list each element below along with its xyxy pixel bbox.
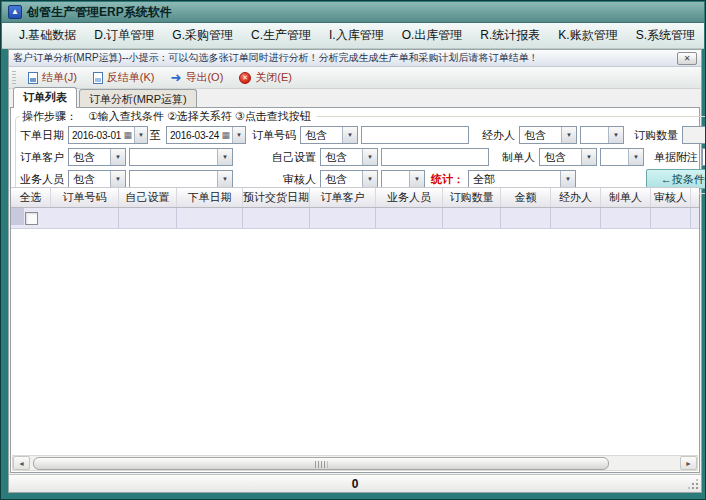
maker-value-combo[interactable]: ▼ <box>600 148 644 166</box>
auditor-value-combo[interactable]: ▼ <box>381 170 425 188</box>
orders-grid: 全选订单号码自己设置下单日期预计交货日期订单客户业务人员订购数量金额经办人制单人… <box>11 187 699 454</box>
grid-column-header[interactable]: 结单 <box>691 188 699 207</box>
resize-grip[interactable] <box>688 479 699 490</box>
customer-value-combo[interactable]: ▼ <box>129 148 233 166</box>
settle-button[interactable]: 结单(J) <box>21 69 84 87</box>
customer-operator-combo[interactable]: 包含 ▼ <box>68 148 126 166</box>
dropdown-arrow-icon[interactable]: ▼ <box>409 171 424 187</box>
dropdown-arrow-icon[interactable]: ▼ <box>232 127 245 143</box>
scroll-left-button[interactable]: ◄ <box>13 456 30 470</box>
dropdown-arrow-icon[interactable]: ▼ <box>110 149 125 165</box>
grid-column-header[interactable]: 经办人 <box>551 188 601 207</box>
dropdown-arrow-icon[interactable]: ▼ <box>342 127 357 143</box>
menu-item[interactable]: K.账款管理 <box>549 24 626 47</box>
grid-column-header[interactable]: 下单日期 <box>177 188 243 207</box>
menu-item[interactable]: D.订单管理 <box>85 24 163 47</box>
grid-header-row: 全选订单号码自己设置下单日期预计交货日期订单客户业务人员订购数量金额经办人制单人… <box>11 188 699 208</box>
menu-item[interactable]: C.生产管理 <box>242 24 320 47</box>
toolbar-grip <box>12 71 16 85</box>
tab-order-list[interactable]: 订单列表 <box>13 87 77 108</box>
note-label: 单据附注 <box>648 150 702 165</box>
customer-label: 订单客户 <box>18 150 68 165</box>
to-label: 至 <box>148 128 166 143</box>
calendar-icon: ▦ <box>123 131 132 140</box>
note-operator-combo[interactable]: 包含 ▼ <box>702 148 706 166</box>
scroll-right-button[interactable]: ► <box>680 456 697 470</box>
agent-operator-combo[interactable]: 包含 ▼ <box>519 126 577 144</box>
dropdown-arrow-icon[interactable]: ▼ <box>110 171 125 187</box>
app-window: ▲ 创管生产管理ERP系统软件 J.基础数据D.订单管理G.采购管理C.生产管理… <box>0 0 706 500</box>
horizontal-scrollbar[interactable]: ◄ ► <box>12 455 698 471</box>
record-count: 0 <box>352 477 359 491</box>
dropdown-arrow-icon[interactable]: ▼ <box>217 171 232 187</box>
steps-hint: 操作步骤： ①输入查找条件 ②选择关系符 ③点击查找按钮 <box>20 109 317 124</box>
menu-item[interactable]: I.入库管理 <box>320 24 393 47</box>
grid-column-header[interactable]: 业务人员 <box>376 188 443 207</box>
menu-item[interactable]: O.出库管理 <box>393 24 472 47</box>
filter-groupbox: 操作步骤： ①输入查找条件 ②选择关系符 ③点击查找按钮 下单日期 2016-0… <box>15 109 706 194</box>
order-list-page: 操作步骤： ①输入查找条件 ②选择关系符 ③点击查找按钮 下单日期 2016-0… <box>10 107 700 473</box>
grid-column-header[interactable]: 制单人 <box>601 188 651 207</box>
salesman-label: 业务人员 <box>18 172 68 187</box>
dropdown-arrow-icon[interactable]: ▼ <box>560 171 575 187</box>
menu-bar: J.基础数据D.订单管理G.采购管理C.生产管理I.入库管理O.出库管理R.统计… <box>2 23 704 49</box>
menu-item[interactable]: G.采购管理 <box>163 24 242 47</box>
grid-column-header[interactable]: 订单客户 <box>310 188 376 207</box>
salesman-operator-combo[interactable]: 包含 ▼ <box>68 170 126 188</box>
export-button[interactable]: ➜ 导出(O) <box>164 69 231 87</box>
date-to-picker[interactable]: 2016-03-24 ▦ ▼ <box>166 126 246 144</box>
row-select-checkbox[interactable] <box>25 212 38 225</box>
date-from-picker[interactable]: 2016-03-01 ▦ ▼ <box>68 126 148 144</box>
order-no-operator-combo[interactable]: 包含 ▼ <box>300 126 358 144</box>
dropdown-arrow-icon[interactable]: ▼ <box>608 127 623 143</box>
dropdown-arrow-icon[interactable]: ▼ <box>561 127 576 143</box>
title-bar: ▲ 创管生产管理ERP系统软件 <box>2 2 704 23</box>
custom-operator-combo[interactable]: 包含 ▼ <box>320 148 378 166</box>
unsettle-doc-icon <box>93 72 103 84</box>
menu-item[interactable]: R.统计报表 <box>471 24 549 47</box>
search-by-condition-button[interactable]: ←按条件查找(S) <box>646 169 706 189</box>
dropdown-arrow-icon[interactable]: ▼ <box>581 149 596 165</box>
dropdown-arrow-icon[interactable]: ▼ <box>628 149 643 165</box>
filter-row-2: 订单客户 包含 ▼ ▼ 自己设置 包含 ▼ <box>18 146 706 168</box>
stats-label: 统计： <box>431 172 468 187</box>
grid-column-header[interactable]: 金额 <box>501 188 551 207</box>
dropdown-arrow-icon[interactable]: ▼ <box>134 127 147 143</box>
grid-column-header[interactable]: 自己设置 <box>119 188 177 207</box>
filter-row-1: 下单日期 2016-03-01 ▦ ▼ 至 2016-03-24 ▦ ▼ 订单号… <box>18 124 706 146</box>
order-date-label: 下单日期 <box>18 128 68 143</box>
scrollbar-thumb-grip <box>315 461 328 468</box>
toolbar: 结单(J) 反结单(K) ➜ 导出(O) ✕ 关闭(E) <box>9 67 701 89</box>
unsettle-button[interactable]: 反结单(K) <box>86 69 162 87</box>
dropdown-arrow-icon[interactable]: ▼ <box>362 171 377 187</box>
custom-label: 自己设置 <box>266 150 320 165</box>
order-no-input[interactable] <box>361 126 469 144</box>
stats-combo[interactable]: 全部 ▼ <box>468 170 576 188</box>
dropdown-arrow-icon[interactable]: ▼ <box>362 149 377 165</box>
scrollbar-thumb[interactable] <box>33 457 609 470</box>
close-circle-icon: ✕ <box>239 72 251 84</box>
tab-strip: 订单列表 订单分析(MRP运算) <box>9 89 701 108</box>
qty-operator-combo[interactable]: ▼ <box>682 126 706 144</box>
settle-doc-icon <box>28 72 38 84</box>
grid-column-header[interactable]: 审核人 <box>651 188 691 207</box>
close-button[interactable]: ✕ 关闭(E) <box>232 69 299 87</box>
qty-label: 订购数量 <box>628 128 682 143</box>
tab-order-analysis[interactable]: 订单分析(MRP运算) <box>79 89 197 108</box>
custom-input[interactable] <box>381 148 489 166</box>
agent-value-combo[interactable]: ▼ <box>580 126 624 144</box>
grid-column-header[interactable]: 订单号码 <box>51 188 119 207</box>
panel-close-button[interactable]: ✕ <box>677 52 697 65</box>
grid-cell <box>23 208 24 225</box>
grid-column-header[interactable]: 全选 <box>11 188 51 207</box>
dropdown-arrow-icon[interactable]: ▼ <box>217 149 232 165</box>
salesman-value-combo[interactable]: ▼ <box>129 170 233 188</box>
menu-item[interactable]: J.基础数据 <box>10 24 85 47</box>
panel-caption: 客户订单分析(MRP运算)--小提示：可以勾选多张订单同时进行分析！分析完成生成… <box>9 50 701 67</box>
grid-empty-row <box>11 208 699 229</box>
grid-column-header[interactable]: 预计交货日期 <box>243 188 310 207</box>
maker-operator-combo[interactable]: 包含 ▼ <box>539 148 597 166</box>
menu-item[interactable]: S.系统管理 <box>627 24 704 47</box>
auditor-operator-combo[interactable]: 包含 ▼ <box>320 170 378 188</box>
grid-column-header[interactable]: 订购数量 <box>443 188 501 207</box>
